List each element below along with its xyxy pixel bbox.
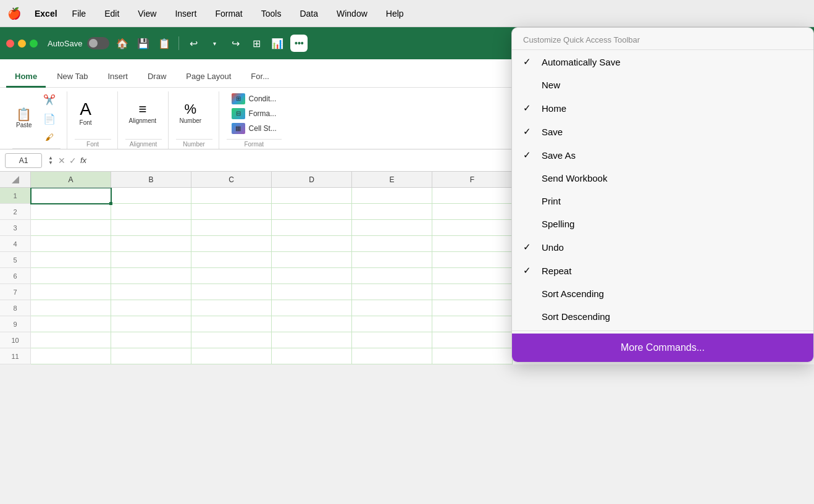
col-header-b[interactable]: B — [111, 172, 191, 187]
cell-ref-arrows[interactable]: ▲ ▼ — [48, 156, 53, 166]
cell-e10[interactable] — [352, 332, 432, 348]
minimize-button[interactable] — [18, 40, 26, 48]
cell-a11[interactable] — [31, 348, 111, 364]
cell-c5[interactable] — [191, 252, 272, 268]
cell-b1[interactable] — [111, 188, 191, 204]
cell-reference-box[interactable]: A1 — [5, 153, 42, 168]
cell-f5[interactable] — [432, 252, 513, 268]
cell-a1[interactable] — [31, 188, 111, 204]
cell-d7[interactable] — [272, 284, 352, 300]
cell-d10[interactable] — [272, 332, 352, 348]
cell-f2[interactable] — [432, 204, 513, 220]
cell-a8[interactable] — [31, 300, 111, 316]
cell-b3[interactable] — [111, 220, 191, 236]
col-header-f[interactable]: F — [432, 172, 513, 187]
cell-c11[interactable] — [191, 348, 272, 364]
cell-b6[interactable] — [111, 268, 191, 284]
dropdown-item-undo[interactable]: ✓Undo — [512, 235, 813, 259]
cut-button[interactable]: ✂️ — [38, 91, 61, 108]
save-icon[interactable]: 💾 — [135, 35, 151, 51]
cell-d3[interactable] — [272, 220, 352, 236]
cell-f9[interactable] — [432, 316, 513, 332]
cell-c1[interactable] — [191, 188, 272, 204]
cell-a10[interactable] — [31, 332, 111, 348]
font-button[interactable]: A Font — [75, 98, 97, 128]
menu-window[interactable]: Window — [333, 7, 371, 20]
maximize-button[interactable] — [30, 40, 38, 48]
cell-d6[interactable] — [272, 268, 352, 284]
cell-e2[interactable] — [352, 204, 432, 220]
menu-edit[interactable]: Edit — [101, 7, 123, 20]
cell-f8[interactable] — [432, 300, 513, 316]
cell-e3[interactable] — [352, 220, 432, 236]
cell-d5[interactable] — [272, 252, 352, 268]
cell-c3[interactable] — [191, 220, 272, 236]
cell-f7[interactable] — [432, 284, 513, 300]
cell-f1[interactable] — [432, 188, 513, 204]
dropdown-item-sort-descending[interactable]: Sort Descending — [512, 305, 813, 328]
insert-function-icon[interactable]: fx — [80, 156, 86, 166]
home-icon[interactable]: 🏠 — [114, 35, 130, 51]
cell-b11[interactable] — [111, 348, 191, 364]
cell-d4[interactable] — [272, 236, 352, 252]
dropdown-item-home[interactable]: ✓Home — [512, 96, 813, 120]
dropdown-item-new[interactable]: New — [512, 74, 813, 96]
cell-f10[interactable] — [432, 332, 513, 348]
fit-icon[interactable]: ⊞ — [248, 35, 264, 51]
redo-icon[interactable]: ↪ — [227, 35, 243, 51]
confirm-formula-icon[interactable]: ✓ — [69, 156, 77, 166]
cell-e8[interactable] — [352, 300, 432, 316]
col-header-c[interactable]: C — [191, 172, 272, 187]
menu-insert[interactable]: Insert — [171, 7, 200, 20]
cell-d2[interactable] — [272, 204, 352, 220]
cell-b8[interactable] — [111, 300, 191, 316]
format-as-table-item[interactable]: ⊟ Forma... — [229, 107, 279, 120]
undo-icon[interactable]: ↩ — [185, 35, 201, 51]
cell-a3[interactable] — [31, 220, 111, 236]
cell-c7[interactable] — [191, 284, 272, 300]
menu-view[interactable]: View — [134, 7, 160, 20]
cell-c8[interactable] — [191, 300, 272, 316]
cell-a5[interactable] — [31, 252, 111, 268]
cell-styles-item[interactable]: ▦ Cell St... — [229, 122, 279, 135]
menu-help[interactable]: Help — [382, 7, 408, 20]
menu-format[interactable]: Format — [211, 7, 246, 20]
dropdown-item-repeat[interactable]: ✓Repeat — [512, 259, 813, 282]
menu-data[interactable]: Data — [296, 7, 322, 20]
tab-page-layout[interactable]: Page Layout — [177, 67, 240, 88]
dropdown-item-save[interactable]: ✓Save — [512, 120, 813, 143]
cell-d1[interactable] — [272, 188, 352, 204]
menu-file[interactable]: File — [69, 7, 90, 20]
cell-e5[interactable] — [352, 252, 432, 268]
tab-home[interactable]: Home — [6, 67, 46, 88]
dropdown-item-sort-ascending[interactable]: Sort Ascending — [512, 282, 813, 305]
undo-dropdown-icon[interactable]: ▾ — [206, 35, 222, 51]
cell-f11[interactable] — [432, 348, 513, 364]
close-button[interactable] — [6, 40, 14, 48]
save-cloud-icon[interactable]: 📋 — [156, 35, 172, 51]
copy-button[interactable]: 📄 — [38, 111, 61, 127]
col-header-e[interactable]: E — [352, 172, 432, 187]
cell-b5[interactable] — [111, 252, 191, 268]
menu-tools[interactable]: Tools — [258, 7, 285, 20]
cell-e4[interactable] — [352, 236, 432, 252]
alignment-button[interactable]: ≡ Alignment — [125, 100, 160, 127]
cell-b7[interactable] — [111, 284, 191, 300]
cell-d11[interactable] — [272, 348, 352, 364]
cell-handle[interactable] — [109, 202, 112, 205]
dropdown-item-print[interactable]: Print — [512, 190, 813, 212]
tab-draw[interactable]: Draw — [139, 67, 175, 88]
cell-d9[interactable] — [272, 316, 352, 332]
chart-icon[interactable]: 📊 — [269, 35, 285, 51]
cancel-formula-icon[interactable]: ✕ — [58, 156, 65, 166]
dropdown-item-send-workbook[interactable]: Send Workbook — [512, 167, 813, 190]
col-header-d[interactable]: D — [272, 172, 352, 187]
cell-d8[interactable] — [272, 300, 352, 316]
cell-a6[interactable] — [31, 268, 111, 284]
cell-a7[interactable] — [31, 284, 111, 300]
cell-b9[interactable] — [111, 316, 191, 332]
more-commands-button[interactable]: ••• — [290, 35, 308, 52]
dropdown-item-automatically-save[interactable]: ✓Automatically Save — [512, 50, 813, 74]
cell-e11[interactable] — [352, 348, 432, 364]
number-button[interactable]: % Number — [176, 100, 206, 127]
